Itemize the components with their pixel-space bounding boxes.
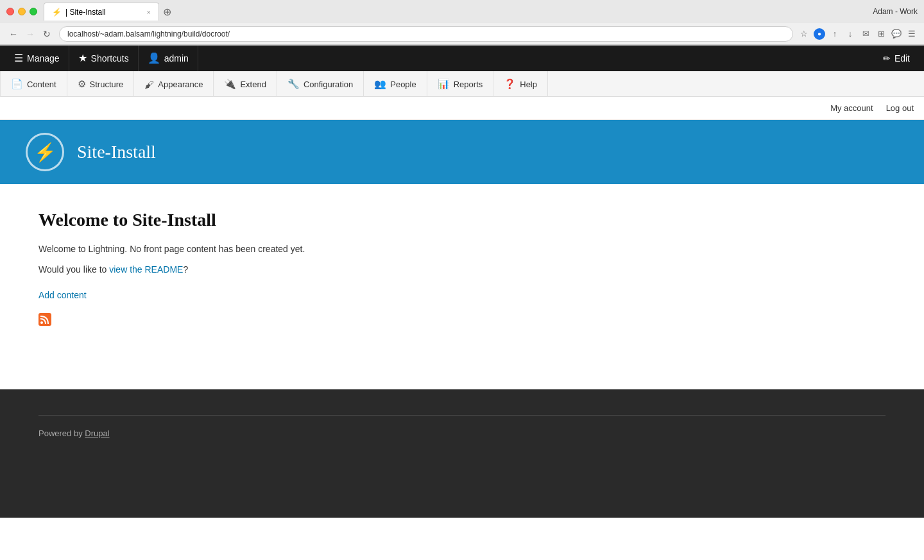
nav-reports[interactable]: 📊 Reports — [427, 71, 494, 97]
nav-people[interactable]: 👥 People — [364, 71, 427, 97]
powered-by-text: Powered by — [38, 428, 85, 438]
shortcuts-label: Shortcuts — [91, 53, 129, 64]
nav-help-label: Help — [520, 80, 537, 89]
nav-structure[interactable]: ⚙ Structure — [67, 71, 135, 97]
structure-icon: ⚙ — [78, 78, 86, 90]
admin-toolbar: ☰ Manage ★ Shortcuts 👤 admin ✏ Edit — [0, 46, 924, 71]
admin-menu-item[interactable]: 👤 admin — [139, 46, 198, 71]
nav-configuration[interactable]: 🔧 Configuration — [277, 71, 364, 97]
browser-icons: ☆ ● ↑ ↓ ✉ ⊞ 💬 ☰ — [798, 28, 918, 40]
my-account-link[interactable]: My account — [830, 103, 873, 113]
drupal-link[interactable]: Drupal — [85, 428, 109, 438]
body-text-2: Would you like to view the README? — [38, 262, 886, 276]
reload-button[interactable]: ↻ — [40, 27, 54, 41]
nav-extend[interactable]: 🔌 Extend — [214, 71, 277, 97]
footer-divider — [38, 415, 886, 416]
people-icon: 👥 — [374, 78, 386, 90]
admin-label: admin — [164, 53, 189, 64]
minimize-button[interactable] — [18, 8, 26, 15]
menu-icon[interactable]: ☰ — [906, 28, 918, 40]
page-title: Welcome to Site-Install — [38, 210, 886, 230]
site-header: ⚡ Site-Install — [0, 120, 924, 184]
browser-user-label: Adam - Work — [873, 7, 918, 16]
site-footer: Powered by Drupal — [0, 389, 924, 518]
nav-configuration-label: Configuration — [304, 80, 353, 89]
svg-point-1 — [40, 321, 43, 324]
tab-bar: ⚡ | Site-Install × ⊕ — [44, 3, 873, 21]
site-name: Site-Install — [77, 142, 156, 162]
back-button[interactable]: ← — [6, 27, 21, 41]
maximize-button[interactable] — [30, 8, 37, 15]
nav-people-label: People — [390, 80, 416, 89]
close-button[interactable] — [6, 8, 14, 15]
download-icon[interactable]: ↓ — [844, 28, 856, 40]
site-logo: ⚡ — [26, 133, 64, 171]
extend-icon: 🔌 — [224, 78, 236, 90]
reports-icon: 📊 — [438, 78, 450, 90]
address-input[interactable] — [59, 26, 793, 42]
star-icon: ★ — [78, 53, 87, 64]
nav-appearance[interactable]: 🖌 Appearance — [134, 71, 214, 97]
configuration-icon: 🔧 — [287, 78, 300, 90]
nav-structure-label: Structure — [90, 80, 124, 89]
readme-link[interactable]: view the README — [109, 264, 183, 275]
nav-content[interactable]: 📄 Content — [0, 71, 67, 97]
extension-icon[interactable]: ⊞ — [875, 28, 887, 40]
admin-toolbar-left: ☰ Manage ★ Shortcuts 👤 admin — [5, 46, 198, 71]
user-bar: My account Log out — [0, 97, 924, 120]
nav-help[interactable]: ❓ Help — [493, 71, 548, 97]
profile-icon[interactable]: ● — [814, 28, 825, 40]
new-tab-button[interactable]: ⊕ — [159, 6, 175, 18]
rss-icon[interactable] — [38, 313, 51, 326]
main-content: Welcome to Site-Install Welcome to Light… — [0, 184, 924, 389]
forward-button[interactable]: → — [23, 27, 37, 41]
traffic-lights — [6, 8, 37, 15]
nav-content-label: Content — [27, 80, 56, 89]
lightning-icon: ⚡ — [34, 142, 56, 163]
pencil-icon: ✏ — [883, 53, 891, 64]
footer-text: Powered by Drupal — [38, 428, 886, 438]
person-icon: 👤 — [148, 53, 160, 64]
active-tab[interactable]: ⚡ | Site-Install × — [44, 3, 159, 21]
nav-reports-label: Reports — [454, 80, 483, 89]
manage-menu-item[interactable]: ☰ Manage — [5, 46, 69, 71]
manage-label: Manage — [27, 53, 60, 64]
body-text-1: Welcome to Lightning. No front page cont… — [38, 242, 886, 256]
browser-chrome: ⚡ | Site-Install × ⊕ Adam - Work ← → ↻ ☆… — [0, 0, 924, 46]
browser-addressbar: ← → ↻ ☆ ● ↑ ↓ ✉ ⊞ 💬 ☰ — [0, 23, 924, 45]
mail-icon[interactable]: ✉ — [860, 28, 871, 40]
hamburger-icon: ☰ — [14, 53, 23, 64]
secondary-nav: 📄 Content ⚙ Structure 🖌 Appearance 🔌 Ext… — [0, 71, 924, 97]
shortcuts-menu-item[interactable]: ★ Shortcuts — [69, 46, 139, 71]
body-suffix: ? — [183, 264, 188, 275]
tab-favicon: ⚡ — [52, 8, 62, 17]
edit-label: Edit — [894, 53, 910, 64]
browser-titlebar: ⚡ | Site-Install × ⊕ Adam - Work — [0, 0, 924, 23]
star-icon[interactable]: ☆ — [798, 28, 810, 40]
log-out-link[interactable]: Log out — [886, 103, 914, 113]
tab-title: | Site-Install — [65, 8, 105, 17]
help-icon: ❓ — [504, 78, 516, 90]
edit-button[interactable]: ✏ Edit — [874, 46, 919, 71]
body-prefix: Would you like to — [38, 264, 109, 275]
nav-buttons: ← → ↻ — [6, 27, 54, 41]
nav-appearance-label: Appearance — [158, 80, 203, 89]
appearance-icon: 🖌 — [144, 79, 154, 90]
tab-close-button[interactable]: × — [147, 8, 151, 16]
nav-extend-label: Extend — [240, 80, 266, 89]
content-icon: 📄 — [11, 78, 23, 90]
message-icon[interactable]: 💬 — [891, 28, 902, 40]
add-content-link[interactable]: Add content — [38, 290, 886, 300]
share-icon[interactable]: ↑ — [829, 28, 841, 40]
